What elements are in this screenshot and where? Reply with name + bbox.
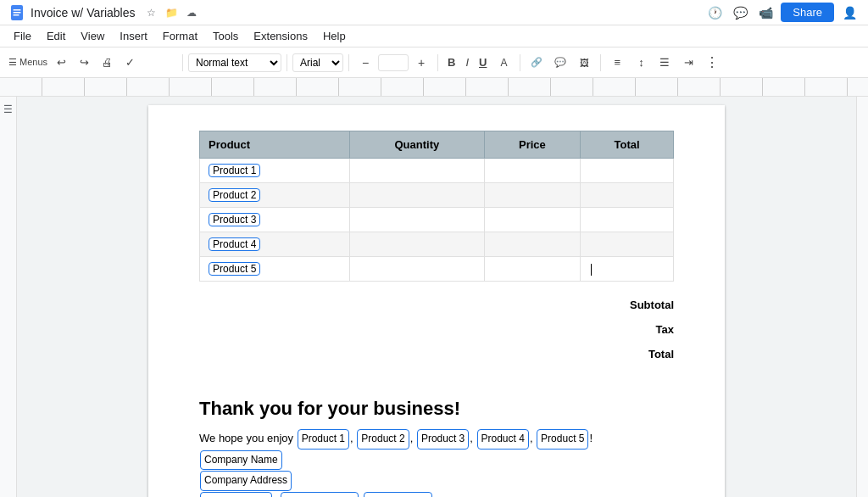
svg-rect-3: [14, 14, 19, 16]
font-selector[interactable]: Arial: [292, 53, 343, 72]
docs-icon: [8, 4, 25, 21]
history-icon[interactable]: 🕐: [704, 3, 725, 23]
document-title: Invoice w/ Variables: [31, 6, 135, 20]
chat-icon[interactable]: 💬: [730, 3, 750, 23]
comma1: ,: [350, 432, 356, 444]
thank-you-title: Thank you for your business!: [199, 398, 674, 420]
share-button[interactable]: Share: [781, 3, 834, 22]
company-zip-chip: Company Zip: [364, 492, 432, 497]
link-button[interactable]: 🔗: [526, 52, 548, 74]
product3-chip: Product 3: [417, 429, 469, 450]
tax-row: Tax: [656, 323, 674, 336]
folder-icon[interactable]: 📁: [164, 5, 179, 20]
table-row: Product 2: [200, 183, 674, 208]
company-address-chip: Company Address: [200, 471, 292, 491]
menu-help[interactable]: Help: [316, 28, 353, 44]
image-button[interactable]: 🖼: [573, 52, 595, 74]
undo-button[interactable]: ↩: [50, 52, 72, 74]
totals-section: Subtotal Tax Total: [199, 299, 674, 372]
italic-button[interactable]: I: [461, 54, 473, 70]
product-row-chip-4: Product 5: [209, 262, 260, 276]
subtotal-row: Subtotal: [630, 299, 674, 311]
thank-you-section: Thank you for your business! We hope you…: [199, 398, 674, 497]
font-size-decrease[interactable]: −: [354, 52, 376, 74]
table-row: Product 3: [200, 208, 674, 232]
left-sidebar: ☰: [0, 97, 17, 497]
product2-chip: Product 2: [357, 429, 409, 450]
table-cell-price-0: [484, 159, 581, 183]
outline-icon[interactable]: ☰: [3, 103, 13, 115]
invoice-table: Product Quantity Price Total Product 1Pr…: [199, 131, 674, 282]
align-button[interactable]: ≡: [606, 52, 628, 74]
table-row: Product 5: [200, 257, 674, 282]
spellcheck-button[interactable]: ✓: [119, 52, 141, 74]
table-cell-quantity-4: [350, 257, 485, 282]
body-prefix: We hope you enjoy: [199, 432, 297, 444]
bold-button[interactable]: B: [443, 54, 459, 70]
tax-label: Tax: [656, 323, 674, 336]
print-button[interactable]: 🖨: [96, 52, 118, 74]
table-cell-quantity-1: [350, 183, 485, 208]
table-row: Product 4: [200, 232, 674, 257]
indent-button[interactable]: ⇥: [677, 52, 699, 74]
comma2: ,: [410, 432, 416, 444]
total-label: Total: [648, 348, 674, 360]
ruler: [0, 78, 868, 97]
table-cell-total-3: [581, 232, 674, 257]
table-cell-total-1: [581, 183, 674, 208]
font-size-input[interactable]: 11: [378, 54, 409, 71]
cloud-icon[interactable]: ☁: [184, 5, 199, 20]
menu-edit[interactable]: Edit: [40, 28, 72, 44]
company-city-chip: Company City: [200, 492, 272, 497]
table-cell-product-0: Product 1: [200, 159, 350, 183]
table-cell-product-4: Product 5: [200, 257, 350, 282]
menu-extensions[interactable]: Extensions: [247, 28, 314, 44]
zoom-input[interactable]: 150%: [142, 55, 177, 70]
menu-insert[interactable]: Insert: [113, 28, 154, 44]
table-header-quantity: Quantity: [350, 131, 485, 159]
menu-format[interactable]: Format: [156, 28, 204, 44]
company-state-chip: Company State: [281, 492, 359, 497]
table-cell-total-2: [581, 208, 674, 232]
meet-icon[interactable]: 📹: [755, 3, 776, 23]
star-icon[interactable]: ☆: [143, 5, 159, 20]
product4-chip: Product 4: [477, 429, 529, 450]
underline-button[interactable]: U: [475, 54, 491, 70]
comma3: ,: [470, 432, 476, 444]
table-cell-quantity-0: [350, 159, 485, 183]
table-cell-total-4: [581, 257, 674, 282]
comma4: ,: [530, 432, 536, 444]
document-page: Product Quantity Price Total Product 1Pr…: [148, 105, 725, 497]
comment-button[interactable]: 💬: [549, 52, 571, 74]
product5-chip: Product 5: [537, 429, 588, 450]
menu-view[interactable]: View: [74, 28, 111, 44]
svg-rect-2: [14, 12, 21, 14]
style-selector[interactable]: Normal text: [188, 53, 281, 72]
product-row-chip-3: Product 4: [209, 237, 260, 251]
redo-button[interactable]: ↪: [73, 52, 95, 74]
table-cell-price-3: [484, 232, 581, 257]
table-cell-product-2: Product 3: [200, 208, 350, 232]
right-sidebar: [856, 97, 868, 497]
table-header-total: Total: [581, 131, 674, 159]
menus-button[interactable]: ☰ Menus: [7, 52, 49, 74]
list-button[interactable]: ☰: [654, 52, 676, 74]
menu-file[interactable]: File: [7, 28, 38, 44]
product-row-chip-0: Product 1: [209, 164, 260, 177]
more-button[interactable]: ⋮: [701, 52, 723, 74]
table-header-price: Price: [484, 131, 581, 159]
table-cell-product-1: Product 2: [200, 183, 350, 208]
menu-tools[interactable]: Tools: [206, 28, 245, 44]
table-cell-price-2: [484, 208, 581, 232]
text-color-button[interactable]: A: [492, 52, 515, 74]
line-spacing-button[interactable]: ↕: [630, 52, 652, 74]
thank-you-body: We hope you enjoy Product 1, Product 2, …: [199, 428, 674, 497]
table-cell-quantity-2: [350, 208, 485, 232]
subtotal-label: Subtotal: [630, 299, 674, 311]
toolbar: ☰ Menus ↩ ↪ 🖨 ✓ 150% Normal text Arial −…: [0, 47, 868, 78]
table-header-product: Product: [200, 131, 350, 159]
total-row: Total: [648, 348, 674, 360]
account-icon[interactable]: 👤: [839, 3, 860, 23]
table-cell-price-4: [484, 257, 581, 282]
font-size-increase[interactable]: +: [410, 52, 432, 74]
